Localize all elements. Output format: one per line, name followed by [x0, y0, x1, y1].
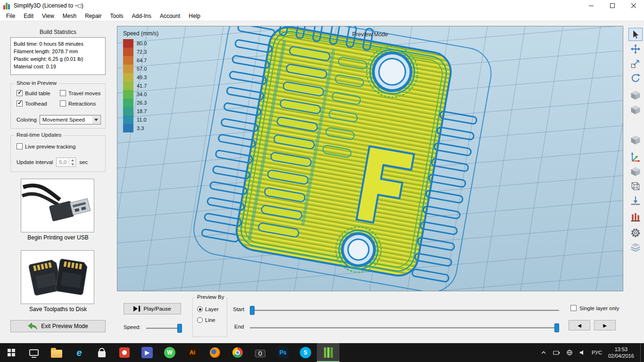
video-player-icon[interactable]: ▶: [136, 343, 158, 362]
clock-date: 02/04/2016: [608, 353, 634, 359]
exit-preview-mode-button[interactable]: Exit Preview Mode: [10, 320, 106, 332]
skype-icon[interactable]: S: [294, 343, 317, 362]
view-cube-icon[interactable]: [628, 89, 643, 102]
begin-printing-usb-button[interactable]: [21, 179, 94, 232]
clock[interactable]: 13:53 02/04/2016: [608, 346, 634, 359]
end-slider-thumb[interactable]: [554, 323, 559, 332]
illustrator-icon[interactable]: Ai: [181, 343, 204, 362]
clock-time: 13:53: [608, 346, 634, 353]
coloring-dropdown[interactable]: Movement Speed: [40, 115, 101, 124]
menu-item[interactable]: Repair: [81, 12, 106, 20]
legend-color-swatch: [123, 115, 133, 124]
menu-item[interactable]: Mesh: [58, 12, 81, 20]
speed-slider[interactable]: [146, 328, 182, 329]
legend-color-swatch: [123, 39, 133, 48]
menu-item[interactable]: Edit: [19, 12, 38, 20]
menu-item[interactable]: Tools: [106, 12, 128, 20]
preview-by-group: Preview By Layer Line: [192, 297, 227, 337]
scale-icon[interactable]: [628, 57, 643, 70]
menu-item[interactable]: Account: [156, 12, 184, 20]
show-desktop-button[interactable]: [640, 343, 643, 362]
network-icon[interactable]: [566, 349, 573, 356]
sd-cards-image: [21, 251, 94, 304]
save-toolpaths-button[interactable]: [21, 250, 94, 304]
end-layer-slider[interactable]: [250, 327, 559, 329]
perspective-view-icon[interactable]: [628, 133, 643, 147]
place-on-bed-icon[interactable]: [628, 194, 643, 207]
legend-row: 11.0: [123, 115, 158, 124]
start-slider-thumb[interactable]: [250, 306, 255, 315]
spinner-up-icon[interactable]: [69, 158, 75, 162]
photoshop-icon[interactable]: Ps: [272, 343, 294, 362]
stat-line: Build time: 0 hours 58 minutes: [14, 40, 102, 48]
chrome-icon[interactable]: [226, 343, 249, 362]
legend-color-swatch: [123, 48, 133, 56]
play-pause-button[interactable]: Play/Pause: [124, 303, 181, 314]
camera-app-icon[interactable]: [249, 343, 272, 362]
maximize-button[interactable]: [602, 0, 623, 11]
preview-by-option[interactable]: Layer: [197, 306, 219, 312]
task-view-icon[interactable]: [23, 343, 45, 362]
app-icon-glyph: [119, 347, 130, 358]
edge-browser-icon[interactable]: e: [68, 343, 91, 362]
coordinate-axes-icon[interactable]: [628, 150, 643, 164]
usb-button-label[interactable]: Begin Printing over USB: [6, 234, 110, 241]
menu-item[interactable]: Add-Ins: [128, 12, 156, 20]
simplify3d-icon[interactable]: [317, 343, 339, 362]
firefox-icon[interactable]: [204, 343, 226, 362]
preview-option-checkbox[interactable]: Build table: [17, 90, 60, 96]
wireframe-model-icon[interactable]: [628, 180, 643, 193]
windows-logo-icon: [8, 349, 15, 356]
single-layer-checkbox[interactable]: Single layer only: [570, 305, 619, 311]
preview-option-checkbox[interactable]: Travel moves: [60, 90, 104, 96]
app-icon-glyph: Ai: [187, 347, 198, 358]
speed-legend: Speed (mm/s) 80.0 72.3: [123, 30, 158, 132]
start-button[interactable]: [0, 343, 23, 362]
menu-item[interactable]: View: [38, 12, 58, 20]
disk-button-label[interactable]: Save Toolpaths to Disk: [6, 306, 110, 313]
end-label: End: [234, 324, 244, 329]
preview-option-checkbox[interactable]: Toolhead: [17, 100, 60, 107]
update-interval-spinner[interactable]: 5,0: [56, 157, 76, 167]
3d-viewport[interactable]: Preview Mode Speed (mm/s) 80.0 72.3: [117, 26, 623, 291]
preview-option-checkbox[interactable]: Retractions: [60, 100, 104, 107]
menu-item[interactable]: File: [2, 12, 19, 20]
chevron-up-icon[interactable]: [540, 349, 547, 356]
select-cursor-icon[interactable]: [628, 28, 643, 41]
start-layer-slider[interactable]: [250, 310, 559, 311]
build-statistics-box: Build time: 0 hours 58 minutesFilament l…: [10, 37, 106, 75]
next-layer-button[interactable]: ▶: [594, 320, 616, 330]
live-preview-checkbox[interactable]: Live preview tracking: [17, 143, 75, 149]
dropdown-arrow-icon[interactable]: [92, 116, 100, 123]
usb-cable-image: [21, 179, 94, 232]
rotate-icon[interactable]: [628, 72, 643, 85]
solid-model-icon[interactable]: [628, 165, 643, 178]
app-icon-glyph: [29, 349, 39, 356]
app-icon-glyph: e: [74, 347, 85, 358]
radio-button: [197, 317, 203, 323]
support-structures-icon[interactable]: [628, 210, 643, 223]
workspace: Build Statistics Build time: 0 hours 58 …: [0, 21, 644, 343]
battery-icon[interactable]: [553, 349, 560, 356]
settings-gear-icon[interactable]: [628, 226, 643, 239]
whatsapp-icon[interactable]: W: [158, 343, 181, 362]
cross-section-icon[interactable]: [628, 241, 643, 254]
speed-slider-thumb[interactable]: [177, 324, 182, 333]
previous-layer-button[interactable]: ◀: [569, 320, 590, 330]
spinner-down-icon[interactable]: [69, 162, 75, 166]
media-app-icon[interactable]: [113, 343, 136, 362]
build-statistics-title: Build Statistics: [6, 29, 110, 35]
language-indicator[interactable]: РУС: [592, 350, 602, 355]
minimize-button[interactable]: [580, 0, 602, 11]
standard-views-icon[interactable]: [628, 103, 643, 116]
preview-mode-label: Preview Mode: [117, 31, 623, 38]
preview-by-title: Preview By: [196, 294, 226, 300]
preview-by-option[interactable]: Line: [197, 317, 219, 323]
close-button[interactable]: [623, 0, 644, 11]
legend-color-swatch: [123, 56, 133, 65]
move-icon[interactable]: [628, 42, 643, 56]
file-explorer-icon[interactable]: [45, 343, 68, 362]
windows-store-icon[interactable]: [91, 343, 113, 362]
menu-item[interactable]: Help: [184, 12, 205, 20]
volume-icon[interactable]: [579, 349, 586, 356]
